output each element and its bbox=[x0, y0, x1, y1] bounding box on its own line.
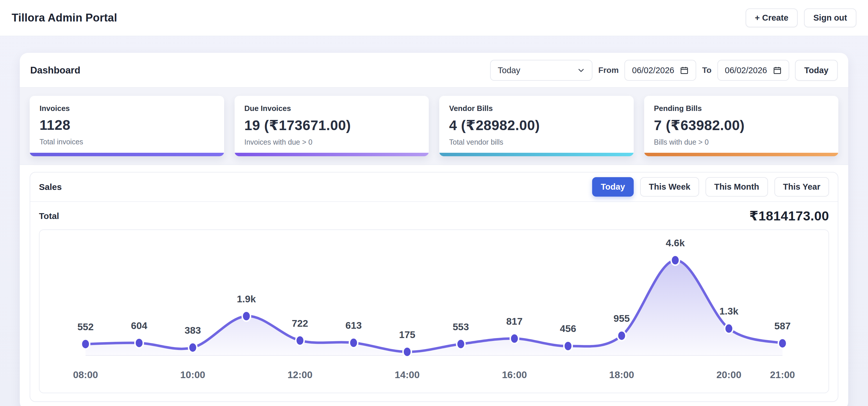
chart-point[interactable] bbox=[296, 336, 304, 346]
chart-x-tick: 18:00 bbox=[609, 369, 634, 380]
chart-point-label: 587 bbox=[774, 320, 791, 331]
dashboard-title: Dashboard bbox=[30, 65, 80, 76]
chart-point[interactable] bbox=[457, 339, 465, 349]
stat-sub: Invoices with due > 0 bbox=[245, 138, 419, 146]
chart-area bbox=[86, 260, 782, 356]
sales-filters: TodayThis WeekThis MonthThis Year bbox=[592, 177, 829, 197]
stat-card-due-invoices: Due Invoices 19 (₹173671.00) Invoices wi… bbox=[235, 96, 429, 156]
topbar-actions: + Create Sign out bbox=[746, 8, 856, 27]
chart-point-label: 383 bbox=[185, 325, 201, 336]
sales-line-chart: 5526043831.9k7226131755538174569554.6k1.… bbox=[39, 230, 829, 393]
stats-band: Invoices 1128 Total invoices Due Invoice… bbox=[20, 88, 848, 165]
sales-filter-this-month[interactable]: This Month bbox=[706, 177, 768, 197]
stat-value: 1128 bbox=[39, 117, 214, 133]
chart-point-label: 604 bbox=[131, 320, 147, 331]
stat-sub: Bills with due > 0 bbox=[654, 138, 829, 146]
stat-label: Vendor Bills bbox=[449, 104, 624, 113]
stat-value: 19 (₹173671.00) bbox=[245, 117, 419, 133]
screen: Tillora Admin Portal + Create Sign out D… bbox=[0, 0, 868, 406]
chart-point-label: 1.9k bbox=[237, 293, 256, 304]
chart-point[interactable] bbox=[564, 341, 572, 351]
from-date-value: 06/02/2026 bbox=[632, 66, 674, 75]
chart-x-tick: 08:00 bbox=[73, 369, 98, 380]
sales-chart: 5526043831.9k7226131755538174569554.6k1.… bbox=[39, 230, 829, 393]
stat-accent-bar bbox=[235, 153, 429, 156]
sales-filter-today[interactable]: Today bbox=[592, 177, 634, 197]
chart-point-label: 552 bbox=[77, 321, 94, 332]
sales-title: Sales bbox=[39, 182, 62, 192]
stat-accent-bar bbox=[644, 153, 839, 156]
chart-point-label: 553 bbox=[453, 321, 469, 332]
chart-point[interactable] bbox=[189, 343, 197, 352]
chart-point-label: 817 bbox=[506, 316, 523, 327]
calendar-icon bbox=[773, 66, 782, 75]
stat-label: Pending Bills bbox=[654, 104, 829, 113]
chart-point[interactable] bbox=[725, 324, 733, 333]
date-range-controls: Today From 06/02/2026 To 06/02/2026 bbox=[490, 60, 838, 81]
stat-accent-bar bbox=[30, 153, 224, 156]
chart-point[interactable] bbox=[82, 339, 90, 349]
chart-point-label: 955 bbox=[613, 313, 630, 324]
chevron-down-icon bbox=[577, 67, 585, 74]
stat-label: Invoices bbox=[39, 104, 214, 113]
topbar: Tillora Admin Portal + Create Sign out bbox=[0, 0, 868, 36]
chart-x-tick: 12:00 bbox=[287, 369, 312, 380]
chart-x-tick: 14:00 bbox=[395, 369, 420, 380]
from-label: From bbox=[598, 66, 619, 75]
range-select[interactable]: Today bbox=[490, 60, 592, 81]
chart-point[interactable] bbox=[135, 338, 143, 348]
chart-point[interactable] bbox=[510, 334, 519, 344]
to-date-value: 06/02/2026 bbox=[725, 66, 767, 75]
app-title: Tillora Admin Portal bbox=[12, 12, 117, 24]
today-button[interactable]: Today bbox=[795, 60, 838, 81]
stat-label: Due Invoices bbox=[245, 104, 419, 113]
chart-point[interactable] bbox=[403, 347, 411, 357]
dashboard-header-row: Dashboard Today From 06/02/2026 To bbox=[20, 53, 848, 87]
chart-point[interactable] bbox=[242, 311, 251, 321]
stat-accent-bar bbox=[439, 153, 634, 156]
chart-point-label: 456 bbox=[560, 323, 576, 334]
stat-value: 4 (₹28982.00) bbox=[449, 117, 624, 133]
chart-x-tick: 21:00 bbox=[770, 369, 795, 380]
sales-header-row: Sales TodayThis WeekThis MonthThis Year bbox=[30, 172, 838, 201]
create-button[interactable]: + Create bbox=[746, 8, 798, 27]
stat-sub: Total vendor bills bbox=[449, 138, 624, 146]
chart-x-tick: 16:00 bbox=[502, 369, 527, 380]
stat-sub: Total invoices bbox=[39, 138, 214, 146]
from-date-input[interactable]: 06/02/2026 bbox=[624, 60, 696, 81]
sales-total-row: Total ₹1814173.00 bbox=[30, 202, 838, 225]
signout-button[interactable]: Sign out bbox=[804, 8, 856, 27]
stat-card-vendor-bills: Vendor Bills 4 (₹28982.00) Total vendor … bbox=[439, 96, 634, 156]
chart-x-tick: 20:00 bbox=[716, 369, 741, 380]
sales-card: Sales TodayThis WeekThis MonthThis Year … bbox=[30, 172, 838, 402]
total-value: ₹1814173.00 bbox=[749, 208, 829, 224]
sales-filter-this-year[interactable]: This Year bbox=[774, 177, 829, 197]
calendar-icon bbox=[680, 66, 689, 75]
stat-card-invoices: Invoices 1128 Total invoices bbox=[30, 96, 224, 156]
chart-point-label: 4.6k bbox=[666, 237, 685, 248]
sales-filter-this-week[interactable]: This Week bbox=[640, 177, 699, 197]
chart-x-tick: 10:00 bbox=[180, 369, 205, 380]
chart-point-label: 613 bbox=[345, 320, 362, 331]
total-label: Total bbox=[39, 211, 59, 221]
chart-point-label: 722 bbox=[292, 317, 308, 329]
to-label: To bbox=[702, 66, 711, 75]
chart-point[interactable] bbox=[349, 338, 358, 348]
stat-card-pending-bills: Pending Bills 7 (₹63982.00) Bills with d… bbox=[644, 96, 839, 156]
chart-point-label: 175 bbox=[399, 329, 415, 340]
chart-point[interactable] bbox=[778, 338, 786, 348]
range-select-value: Today bbox=[498, 66, 520, 75]
main-card: Dashboard Today From 06/02/2026 To bbox=[20, 53, 848, 406]
to-date-input[interactable]: 06/02/2026 bbox=[717, 60, 789, 81]
chart-point-label: 1.3k bbox=[719, 306, 739, 316]
stat-value: 7 (₹63982.00) bbox=[654, 117, 829, 133]
chart-point[interactable] bbox=[671, 255, 680, 265]
chart-point[interactable] bbox=[617, 331, 626, 341]
